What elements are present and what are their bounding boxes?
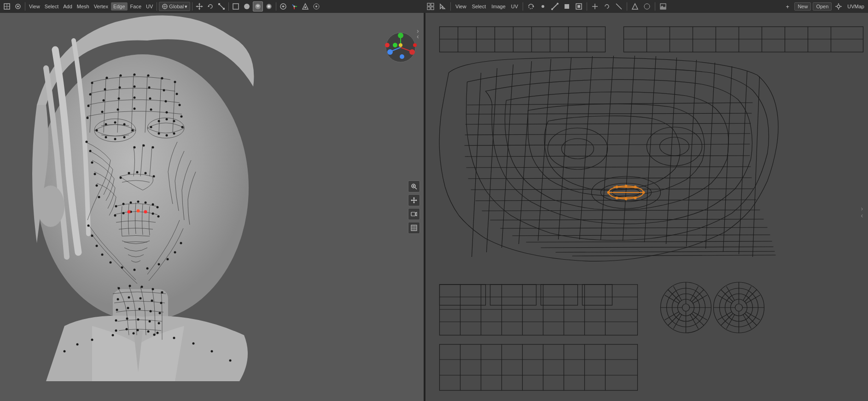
svg-text:›: › bbox=[861, 205, 863, 212]
3d-viewport[interactable]: uthOpen.002 bbox=[0, 13, 424, 401]
uv-island-mode[interactable] bbox=[574, 1, 584, 12]
svg-line-245 bbox=[465, 156, 750, 157]
overlays-icon[interactable] bbox=[278, 1, 288, 12]
svg-line-324 bbox=[692, 314, 704, 325]
svg-point-190 bbox=[393, 43, 397, 47]
transform-dropdown[interactable]: Global ▾ bbox=[159, 2, 190, 11]
svg-point-122 bbox=[137, 210, 140, 212]
material-mode-icon[interactable] bbox=[253, 1, 263, 12]
svg-line-273 bbox=[753, 76, 760, 257]
toolbar-add[interactable]: Add bbox=[61, 3, 74, 10]
uv-edge-mode[interactable] bbox=[550, 1, 560, 12]
gizmos-icon[interactable] bbox=[289, 1, 299, 12]
svg-point-153 bbox=[160, 302, 163, 304]
svg-point-113 bbox=[122, 203, 125, 205]
svg-point-274 bbox=[592, 176, 661, 209]
scale-icon[interactable] bbox=[216, 1, 227, 12]
mesh-canvas[interactable]: uthOpen.002 bbox=[0, 13, 424, 401]
svg-line-243 bbox=[465, 134, 751, 135]
svg-line-257 bbox=[572, 255, 776, 256]
uv-proportional-icon[interactable] bbox=[642, 1, 652, 12]
svg-point-177 bbox=[76, 343, 79, 346]
svg-point-108 bbox=[128, 172, 130, 174]
uv-snap-icon[interactable] bbox=[630, 1, 640, 12]
pan-btn[interactable] bbox=[408, 194, 420, 206]
svg-line-256 bbox=[556, 251, 775, 252]
proportional-icon[interactable] bbox=[311, 1, 321, 12]
toolbar-edge[interactable]: Edge bbox=[111, 2, 128, 11]
svg-point-276 bbox=[612, 188, 640, 197]
svg-point-76 bbox=[118, 98, 120, 100]
uv-header-icon-2[interactable] bbox=[437, 1, 448, 12]
svg-point-239 bbox=[660, 137, 689, 156]
uv-vertex-mode[interactable] bbox=[538, 1, 548, 12]
svg-point-65 bbox=[161, 77, 163, 80]
uv-move-icon[interactable] bbox=[590, 1, 600, 12]
open-button[interactable]: Open bbox=[813, 2, 832, 11]
header-icon-2[interactable] bbox=[13, 1, 23, 12]
toolbar-face[interactable]: Face bbox=[128, 3, 143, 10]
svg-point-71 bbox=[148, 87, 151, 89]
toolbar-3d-viewport[interactable]: View Select Add Mesh Vertex Edge Face UV… bbox=[0, 0, 424, 13]
uv-editor-panel[interactable]: › ‹ bbox=[425, 13, 868, 401]
zoom-in-btn[interactable] bbox=[408, 180, 420, 192]
svg-point-106 bbox=[152, 146, 154, 149]
svg-line-264 bbox=[580, 56, 593, 239]
svg-point-134 bbox=[96, 245, 98, 247]
svg-line-265 bbox=[601, 56, 614, 240]
svg-line-334 bbox=[665, 312, 679, 320]
toolbar-mesh[interactable]: Mesh bbox=[75, 3, 91, 10]
uv-canvas[interactable]: › ‹ bbox=[425, 13, 868, 401]
uv-settings-icon[interactable] bbox=[833, 1, 844, 12]
uv-toolbar-select[interactable]: Select bbox=[470, 3, 488, 10]
svg-point-317 bbox=[667, 288, 705, 327]
new-button[interactable]: New bbox=[794, 2, 811, 11]
uv-toolbar-image[interactable]: Image bbox=[489, 3, 507, 10]
view-controls[interactable] bbox=[408, 180, 420, 234]
svg-point-98 bbox=[166, 118, 168, 121]
uv-scale-icon[interactable] bbox=[614, 1, 624, 12]
viewport-mode-icon[interactable] bbox=[2, 1, 12, 12]
svg-line-249 bbox=[476, 200, 757, 201]
toolbar-select[interactable]: Select bbox=[43, 3, 61, 10]
toolbar-vertex[interactable]: Vertex bbox=[92, 3, 110, 10]
uv-sync-icon[interactable] bbox=[526, 1, 536, 12]
svg-point-139 bbox=[146, 267, 149, 270]
svg-point-192 bbox=[399, 43, 402, 47]
uv-editor-mode-icon[interactable] bbox=[425, 1, 436, 12]
camera-btn[interactable] bbox=[408, 208, 420, 220]
uv-toolbar-uv[interactable]: UV bbox=[509, 3, 520, 10]
toolbar-view[interactable]: View bbox=[27, 3, 42, 10]
svg-line-262 bbox=[538, 59, 551, 241]
svg-point-282 bbox=[616, 186, 618, 188]
svg-point-169 bbox=[91, 339, 93, 341]
svg-point-82 bbox=[101, 111, 104, 113]
svg-point-182 bbox=[386, 33, 415, 62]
svg-line-349 bbox=[721, 290, 733, 302]
grid-btn[interactable] bbox=[408, 222, 420, 234]
svg-marker-46 bbox=[632, 4, 638, 9]
svg-point-129 bbox=[94, 173, 96, 175]
move-icon[interactable] bbox=[194, 1, 204, 12]
svg-point-288 bbox=[616, 197, 618, 199]
rotate-icon[interactable] bbox=[205, 1, 216, 12]
snap-icon[interactable] bbox=[300, 1, 310, 12]
toolbar-uv[interactable]: UV bbox=[144, 3, 155, 10]
svg-line-253 bbox=[513, 235, 770, 236]
uv-toolbar-view[interactable]: View bbox=[454, 3, 468, 10]
uv-image-icon[interactable] bbox=[658, 1, 668, 12]
solid-mode-icon[interactable] bbox=[242, 1, 252, 12]
svg-point-96 bbox=[150, 126, 152, 128]
toolbar-uv-editor[interactable]: View Select Image UV + New bbox=[424, 0, 868, 13]
svg-point-191 bbox=[394, 44, 396, 46]
uv-face-mode[interactable] bbox=[562, 1, 572, 12]
rendered-mode-icon[interactable] bbox=[264, 1, 274, 12]
uv-rotate-icon[interactable] bbox=[602, 1, 612, 12]
uv-plus-icon[interactable]: + bbox=[782, 1, 792, 12]
svg-point-168 bbox=[157, 332, 159, 334]
svg-line-267 bbox=[645, 56, 656, 242]
svg-point-69 bbox=[119, 87, 121, 89]
svg-line-280 bbox=[616, 197, 637, 198]
svg-line-351 bbox=[746, 295, 760, 303]
wire-mode-icon[interactable] bbox=[231, 1, 241, 12]
